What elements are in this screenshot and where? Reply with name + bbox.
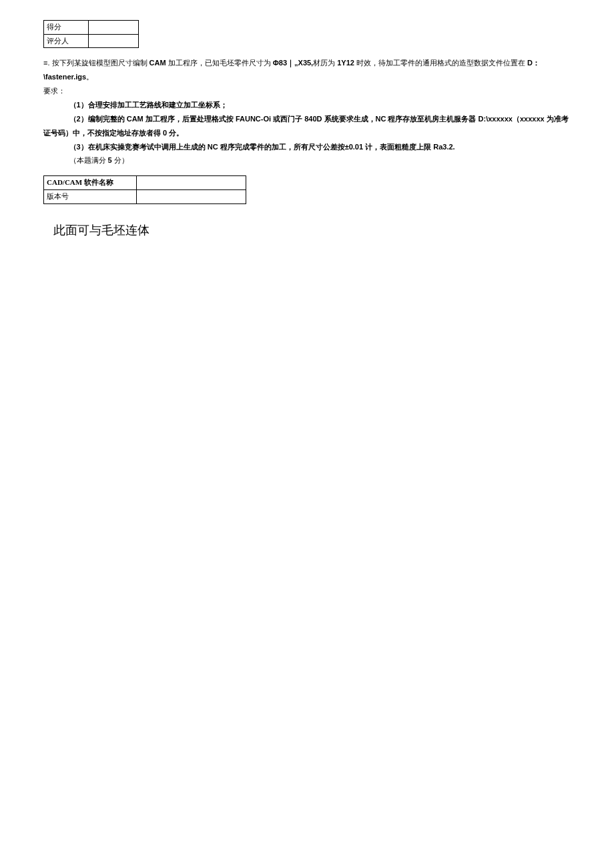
grader-value xyxy=(89,34,139,48)
version-value xyxy=(137,189,246,203)
annotation-text: 此面可与毛坯连体 xyxy=(53,221,571,240)
version-label: 版本号 xyxy=(44,189,137,203)
table-row: 版本号 xyxy=(44,189,246,203)
score-table: 得分 评分人 xyxy=(43,20,139,48)
requirement-item-3: （3）在机床实操竞赛考试中调用上生成的 NC 程序完成零件的加工，所有尺寸公差按… xyxy=(43,140,571,154)
table-row: 得分 xyxy=(44,21,139,35)
question-line-1: ≡. 按下列某旋钮模型图尺寸编制 CAM 加工程序，已知毛坯零件尺寸为 Φ83｜… xyxy=(43,56,571,70)
question-text: ≡. 按下列某旋钮模型图尺寸编制 CAM 加工程序，已知毛坯零件尺寸为 Φ83｜… xyxy=(43,56,571,167)
requirement-item-1: （1）合理安排加工工艺路线和建立加工坐标系； xyxy=(43,98,571,112)
table-row: CAD/CAM 软件名称 xyxy=(44,176,246,190)
grader-label: 评分人 xyxy=(44,34,89,48)
requirements-header: 要求： xyxy=(43,84,571,98)
software-table: CAD/CAM 软件名称 版本号 xyxy=(43,175,246,203)
score-value xyxy=(89,21,139,35)
software-name-label: CAD/CAM 软件名称 xyxy=(44,176,137,190)
software-name-value xyxy=(137,176,246,190)
requirement-item-2-line-1: （2）编制完整的 CAM 加工程序，后置处理格式按 FAUNC-Oi 或西门子 … xyxy=(43,112,571,140)
table-row: 评分人 xyxy=(44,34,139,48)
question-line-2: \fastener.igs。 xyxy=(43,70,571,84)
score-note: （本题满分 5 分） xyxy=(43,153,571,167)
score-label: 得分 xyxy=(44,21,89,35)
